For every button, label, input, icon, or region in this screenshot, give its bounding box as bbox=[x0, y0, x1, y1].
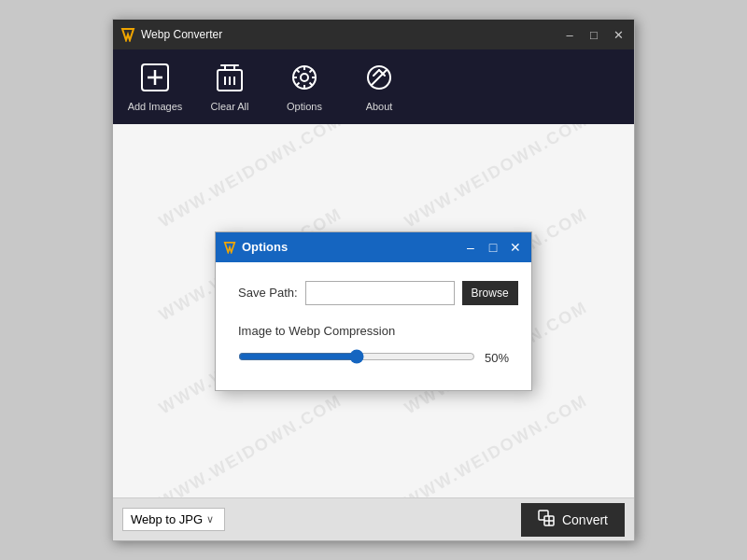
options-button[interactable]: Options bbox=[272, 54, 337, 119]
slider-container bbox=[238, 349, 475, 368]
about-icon bbox=[364, 63, 394, 97]
dialog-overlay: Options – □ ✕ Save Path: Browse bbox=[113, 124, 634, 497]
clear-all-icon bbox=[216, 63, 244, 97]
maximize-button[interactable]: □ bbox=[585, 26, 602, 43]
about-label: About bbox=[366, 101, 393, 112]
browse-button[interactable]: Browse bbox=[462, 281, 518, 305]
dialog-maximize-button[interactable]: □ bbox=[485, 239, 501, 256]
format-label: Webp to JPG bbox=[131, 512, 203, 526]
dialog-close-button[interactable]: ✕ bbox=[507, 239, 524, 256]
svg-marker-25 bbox=[225, 242, 235, 252]
svg-line-20 bbox=[297, 82, 300, 85]
add-images-icon bbox=[140, 63, 170, 97]
dialog-title: Options bbox=[242, 240, 462, 254]
app-icon bbox=[120, 27, 135, 42]
compression-value: 50% bbox=[485, 351, 509, 365]
title-controls: – □ ✕ bbox=[561, 26, 627, 43]
minimize-button[interactable]: – bbox=[561, 26, 578, 43]
clear-all-label: Clear All bbox=[211, 101, 249, 112]
dialog-title-bar: Options – □ ✕ bbox=[216, 232, 531, 262]
slider-row: 50% bbox=[238, 349, 509, 368]
app-title: Webp Converter bbox=[141, 28, 561, 41]
options-icon bbox=[289, 63, 319, 97]
dialog-controls: – □ ✕ bbox=[462, 239, 524, 256]
bottom-bar: Webp to JPG ∨ Convert bbox=[113, 497, 634, 540]
svg-line-23 bbox=[374, 70, 379, 76]
add-images-button[interactable]: Add Images bbox=[122, 54, 188, 119]
clear-all-button[interactable]: Clear All bbox=[197, 54, 262, 119]
dialog-body: Save Path: Browse Image to Webp Compress… bbox=[216, 262, 531, 390]
save-path-row: Save Path: Browse bbox=[238, 281, 509, 305]
format-dropdown[interactable]: Webp to JPG ∨ bbox=[122, 508, 225, 531]
options-dialog: Options – □ ✕ Save Path: Browse bbox=[215, 231, 532, 391]
format-dropdown-arrow: ∨ bbox=[206, 513, 214, 525]
close-button[interactable]: ✕ bbox=[610, 26, 627, 43]
add-images-label: Add Images bbox=[128, 101, 183, 112]
svg-marker-0 bbox=[122, 29, 134, 40]
svg-line-17 bbox=[297, 69, 300, 72]
about-button[interactable]: About bbox=[346, 54, 412, 119]
svg-point-12 bbox=[301, 74, 308, 81]
compression-section: Image to Webp Compression 50% bbox=[238, 324, 509, 368]
title-bar: Webp Converter – □ ✕ bbox=[113, 20, 634, 49]
compression-slider[interactable] bbox=[238, 349, 475, 364]
convert-button[interactable]: Convert bbox=[521, 503, 625, 537]
save-path-label: Save Path: bbox=[238, 286, 298, 300]
dialog-app-icon bbox=[223, 241, 236, 254]
app-window: Webp Converter – □ ✕ Add Images bbox=[112, 19, 635, 541]
dialog-minimize-button[interactable]: – bbox=[462, 239, 479, 256]
svg-line-18 bbox=[310, 82, 313, 85]
save-path-input[interactable] bbox=[305, 281, 455, 305]
main-content: WWW.WEIDOWN.COM WWW.WEIDOWN.COM WWW.WEID… bbox=[113, 124, 634, 497]
compression-label: Image to Webp Compression bbox=[238, 324, 509, 338]
options-label: Options bbox=[287, 101, 322, 112]
svg-line-24 bbox=[372, 70, 387, 85]
convert-label: Convert bbox=[562, 512, 608, 527]
toolbar: Add Images Clear All bbox=[113, 49, 634, 124]
convert-icon bbox=[538, 510, 555, 530]
svg-line-19 bbox=[310, 69, 313, 72]
